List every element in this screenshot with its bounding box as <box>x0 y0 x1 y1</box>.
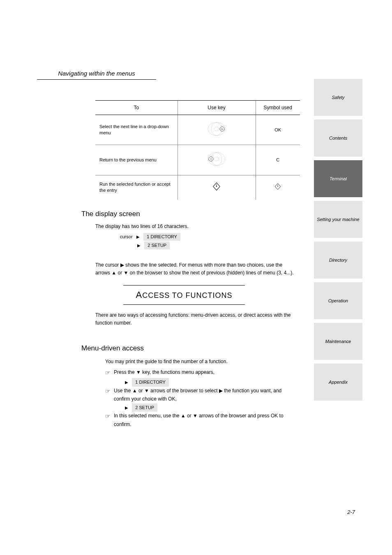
display-ex1: 1 DIRECTORY <box>143 233 180 241</box>
cell-to: Return to the previous menu <box>95 145 178 175</box>
tab-appendix[interactable]: Appendix <box>314 364 362 401</box>
cursor-label: cursor <box>120 234 133 239</box>
step-ex: 2 SETUP <box>132 403 157 412</box>
nav-right-ok-icon: OK <box>207 133 226 138</box>
cell-use: C <box>178 145 256 175</box>
svg-text:OK: OK <box>221 128 224 130</box>
pointer-icon: ☞ <box>105 412 111 421</box>
tab-directory[interactable]: Directory <box>314 242 362 279</box>
example-caption: You may print the guide to find the numb… <box>105 357 298 366</box>
cell-to: Select the next line in a drop-down menu <box>95 115 178 145</box>
pointer-icon: ☞ <box>105 387 111 396</box>
nav-left-c-icon: C <box>207 163 226 168</box>
start-diamond-icon <box>274 186 281 191</box>
tab-contents[interactable]: Contents <box>314 120 362 157</box>
nav-table: To Use key Symbol used Select the next l… <box>95 100 300 200</box>
th-use: Use key <box>178 101 256 115</box>
th-sym: Symbol used <box>256 101 300 115</box>
step-text: In this selected menu, use the ▲ or ▼ ar… <box>114 412 298 428</box>
svg-point-1 <box>214 127 219 131</box>
step-ex: 1 DIRECTORY <box>132 378 169 387</box>
section-access-heading: ACCESS TO FUNCTIONS <box>123 285 245 305</box>
tab-setting[interactable]: Setting your machine <box>314 201 362 238</box>
row-arrow-icon: ▶ <box>125 380 128 385</box>
access-intro: There are two ways of accessing function… <box>95 311 298 327</box>
menu-driven-heading: Menu-driven access <box>81 344 144 352</box>
cell-sym <box>256 175 300 199</box>
svg-point-5 <box>214 157 219 161</box>
tab-safety[interactable]: Safety <box>314 79 362 116</box>
cursor-arrow-icon: ▶ <box>136 235 140 239</box>
cell-use <box>178 175 256 199</box>
table-row: Run the selected function or accept the … <box>95 175 300 199</box>
step-text: Press the ▼ key, the functions menu appe… <box>114 368 298 376</box>
row-arrow-icon: ▶ <box>137 243 141 248</box>
tab-terminal[interactable]: Terminal <box>314 160 362 197</box>
step-3: ☞ In this selected menu, use the ▲ or ▼ … <box>105 412 298 428</box>
intro-text: The display has two lines of 16 characte… <box>95 223 189 229</box>
page-number: 2-7 <box>347 509 355 515</box>
table-row: Select the next line in a drop-down menu… <box>95 115 300 145</box>
menu-driven-steps: You may print the guide to find the numb… <box>105 357 298 428</box>
pointer-icon: ☞ <box>105 368 111 378</box>
step-1: ☞ Press the ▼ key, the functions menu ap… <box>105 368 298 378</box>
step-text: Use the ▲ or ▼ arrows of the browser to … <box>114 387 298 403</box>
svg-text:C: C <box>210 159 212 161</box>
display-screen-para: The cursor ▶ shows the line selected. Fo… <box>95 261 297 276</box>
th-to: To <box>95 101 178 115</box>
table-row: Return to the previous menu C C <box>95 145 300 175</box>
display-screen-body: The display has two lines of 16 characte… <box>95 223 297 250</box>
start-diamond-icon <box>212 187 221 192</box>
section-heading-rest: CCESS TO FUNCTIONS <box>142 291 232 299</box>
tab-maintenance[interactable]: Maintenance <box>314 323 362 360</box>
display-ex2: 2 SETUP <box>144 242 170 249</box>
side-tabs: Safety Contents Terminal Setting your ma… <box>314 79 362 401</box>
cell-sym: C <box>256 145 300 175</box>
page-title: Navigating within the menus <box>37 70 156 80</box>
row-arrow-icon: ▶ <box>125 405 128 410</box>
step-2: ☞ Use the ▲ or ▼ arrows of the browser t… <box>105 387 298 403</box>
display-screen-heading: The display screen <box>81 210 140 218</box>
cell-use: OK <box>178 115 256 145</box>
cell-to: Run the selected function or accept the … <box>95 175 178 199</box>
section-heading-first: A <box>136 290 142 300</box>
tab-operation[interactable]: Operation <box>314 282 362 319</box>
cell-sym: OK <box>256 115 300 145</box>
